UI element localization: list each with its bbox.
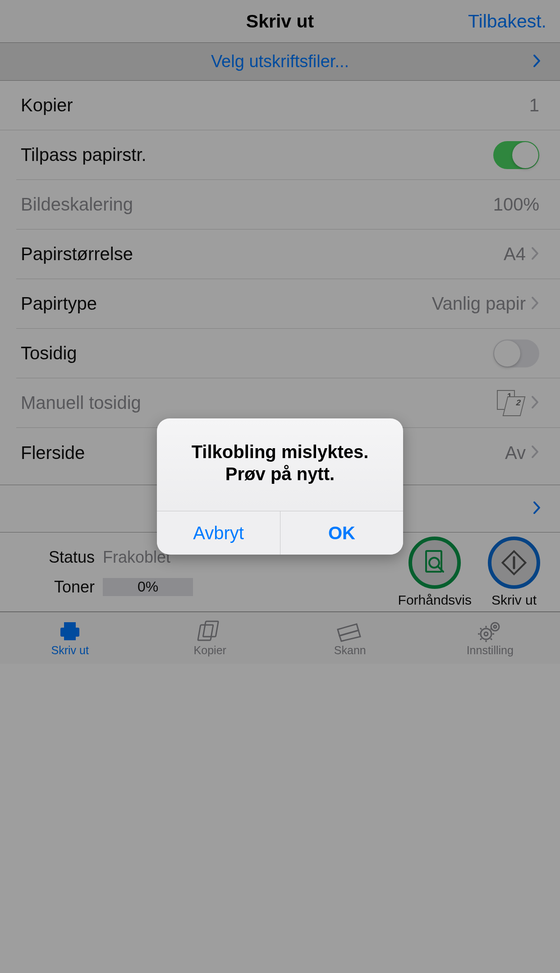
alert-dialog: Tilkobling mislyktes. Prøv på nytt. Avbr… bbox=[157, 418, 403, 555]
alert-message: Tilkobling mislyktes. Prøv på nytt. bbox=[157, 418, 403, 511]
modal-overlay: Tilkobling mislyktes. Prøv på nytt. Avbr… bbox=[0, 0, 560, 973]
alert-ok-button[interactable]: OK bbox=[280, 511, 403, 555]
alert-actions: Avbryt OK bbox=[157, 511, 403, 555]
alert-cancel-button[interactable]: Avbryt bbox=[157, 511, 280, 555]
